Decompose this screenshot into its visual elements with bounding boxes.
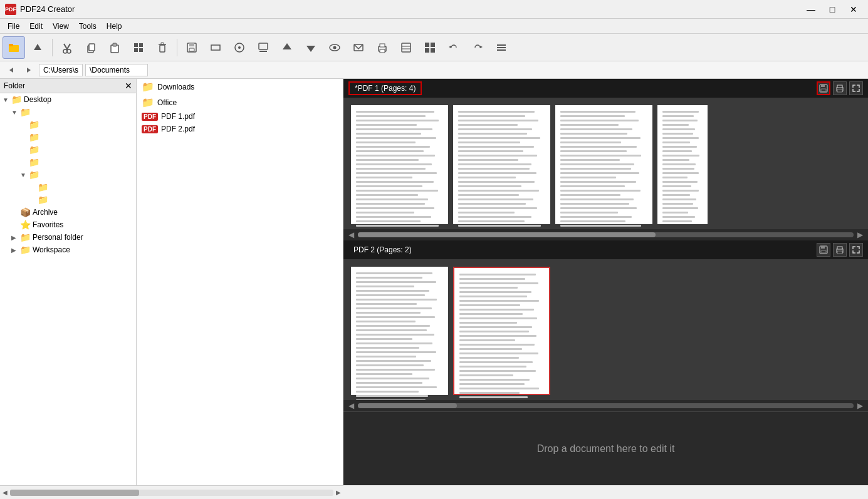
file-item-downloads[interactable]: 📁 Downloads: [137, 79, 343, 95]
menu-view[interactable]: View: [48, 21, 74, 32]
tree-folder-4[interactable]: 📁: [0, 143, 136, 156]
menu-tools[interactable]: Tools: [74, 21, 102, 32]
scroll-right-1[interactable]: ▶: [856, 230, 864, 239]
pdf-page-1-2[interactable]: [453, 105, 550, 224]
hscroll-track[interactable]: [10, 490, 333, 496]
tree-workspace[interactable]: ▶ 📁 Workspace: [0, 244, 136, 256]
pdf-page-1-1[interactable]: [351, 105, 448, 224]
file-item-pdf2[interactable]: PDF PDF 2.pdf: [137, 123, 343, 135]
toolbar-rotate-left-btn[interactable]: [442, 36, 465, 59]
scroll-right-2[interactable]: ▶: [856, 401, 864, 410]
scroll-track-1[interactable]: [358, 232, 854, 237]
close-button[interactable]: ✕: [844, 3, 863, 16]
pdf-page-2-2[interactable]: [453, 267, 550, 395]
tree-favorites[interactable]: ⭐ Favorites: [0, 219, 136, 231]
toolbar-rect-btn[interactable]: [204, 36, 227, 59]
toolbar-folder-btn[interactable]: [3, 36, 25, 59]
scroll-left-2[interactable]: ◀: [347, 401, 355, 410]
folder-header-label: Folder: [4, 81, 25, 90]
toolbar-cut-btn[interactable]: [56, 36, 78, 59]
tree-arrow-workspace: ▶: [11, 247, 20, 254]
pdf-doc-2-print-btn[interactable]: [833, 243, 847, 257]
toolbar-rotate-right-btn[interactable]: [466, 36, 489, 59]
toolbar-delete-btn[interactable]: [151, 36, 174, 59]
scroll-thumb-1: [358, 232, 656, 237]
tree-desktop[interactable]: ▼ 📁 Desktop: [0, 93, 136, 106]
toolbar-copy-btn[interactable]: [80, 36, 102, 59]
svg-rect-13: [134, 48, 138, 52]
pdf-doc-1-save-btn[interactable]: [817, 81, 830, 95]
svg-rect-56: [821, 250, 826, 253]
tree-archive[interactable]: 📦 Archive: [0, 206, 136, 219]
hscroll-right[interactable]: ▶: [336, 489, 341, 496]
toolbar-menu-btn[interactable]: [490, 36, 513, 59]
pdf-doc-2-title: PDF 2 (Pages: 2): [348, 244, 417, 255]
tree-folder-7[interactable]: 📁: [0, 181, 136, 193]
svg-marker-42: [480, 46, 483, 48]
svg-rect-37: [425, 43, 429, 47]
file-item-pdf1[interactable]: PDF PDF 1.pdf: [137, 110, 343, 123]
svg-marker-47: [27, 68, 31, 73]
scroll-left-1[interactable]: ◀: [347, 230, 355, 239]
menu-edit[interactable]: Edit: [24, 21, 48, 32]
page-1-2-content: [458, 110, 545, 229]
titlebar-controls: — □ ✕: [802, 3, 863, 16]
archive-icon: 📦: [20, 207, 31, 217]
tree-label-archive: Archive: [33, 208, 58, 217]
toolbar-stamp-btn[interactable]: [252, 36, 275, 59]
tree-folder-2[interactable]: 📁: [0, 118, 136, 131]
tree-personal[interactable]: ▶ 📁 Personal folder: [0, 231, 136, 244]
svg-rect-15: [160, 45, 165, 52]
nav-back-btn[interactable]: [4, 63, 19, 78]
toolbar-arrow-up-btn[interactable]: [276, 36, 298, 59]
pdf-doc-2-save-btn[interactable]: [817, 243, 830, 257]
svg-rect-55: [821, 246, 825, 249]
folder-icon-5: 📁: [29, 157, 39, 167]
pdf-doc-2-pages: [343, 259, 868, 400]
toolbar-compress-btn[interactable]: [395, 36, 417, 59]
minimize-button[interactable]: —: [802, 3, 820, 16]
folder-header: Folder ✕: [0, 79, 136, 93]
toolbar-paste-btn[interactable]: [103, 36, 126, 59]
toolbar-up-btn[interactable]: [26, 36, 49, 59]
hscroll-thumb: [10, 490, 139, 496]
file-item-office[interactable]: 📁 Office: [137, 95, 343, 110]
menu-file[interactable]: File: [3, 21, 24, 32]
app-icon: PDF: [5, 4, 16, 15]
maximize-button[interactable]: □: [823, 3, 842, 16]
menu-help[interactable]: Help: [102, 21, 127, 32]
svg-marker-26: [283, 43, 291, 49]
svg-point-23: [238, 46, 241, 49]
pdf-doc-2-expand-btn[interactable]: [849, 243, 863, 257]
pdf-page-2-1[interactable]: [351, 267, 448, 395]
pdf-page-1-4[interactable]: [657, 105, 708, 224]
svg-rect-32: [380, 44, 385, 47]
left-panel-scrollbar: ◀ ▶: [0, 485, 343, 499]
toolbar-grid2-btn[interactable]: [419, 36, 441, 59]
toolbar-arrow-down-btn[interactable]: [300, 36, 322, 59]
hscroll-left[interactable]: ◀: [3, 489, 8, 496]
toolbar-circle-btn[interactable]: [228, 36, 251, 59]
toolbar-email-btn[interactable]: [347, 36, 370, 59]
tree-folder-1[interactable]: ▼ 📁: [0, 106, 136, 118]
nav-forward-btn[interactable]: [21, 63, 36, 78]
pdf-doc-1-expand-btn[interactable]: [849, 81, 863, 95]
toolbar-print-btn[interactable]: [371, 36, 394, 59]
drop-zone[interactable]: Drop a document here to edit it: [343, 411, 868, 485]
svg-rect-19: [189, 43, 194, 46]
pdf-doc-2-controls: [817, 243, 863, 257]
office-folder-icon: 📁: [142, 96, 154, 108]
tree-folder-3[interactable]: 📁: [0, 131, 136, 143]
tree-folder-6[interactable]: ▼ 📁: [0, 168, 136, 181]
svg-rect-21: [211, 45, 220, 50]
folder-close-btn[interactable]: ✕: [125, 81, 132, 91]
toolbar-grid-btn[interactable]: [127, 36, 150, 59]
pdf-page-1-3[interactable]: [555, 105, 652, 224]
tree-folder-8[interactable]: 📁: [0, 193, 136, 206]
toolbar-preview-btn[interactable]: [323, 36, 346, 59]
tree-folder-5[interactable]: 📁: [0, 156, 136, 168]
scroll-track-2[interactable]: [358, 403, 854, 408]
toolbar-save-btn[interactable]: [180, 36, 203, 59]
folder-tree-panel: Folder ✕ ▼ 📁 Desktop ▼ 📁 📁 📁 📁 📁: [0, 79, 137, 485]
pdf-doc-1-print-btn[interactable]: [833, 81, 847, 95]
